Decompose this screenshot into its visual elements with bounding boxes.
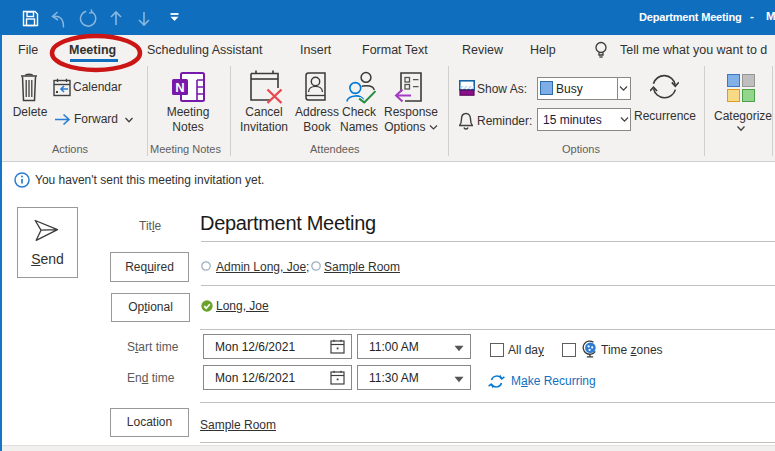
svg-text:N: N	[175, 80, 184, 95]
